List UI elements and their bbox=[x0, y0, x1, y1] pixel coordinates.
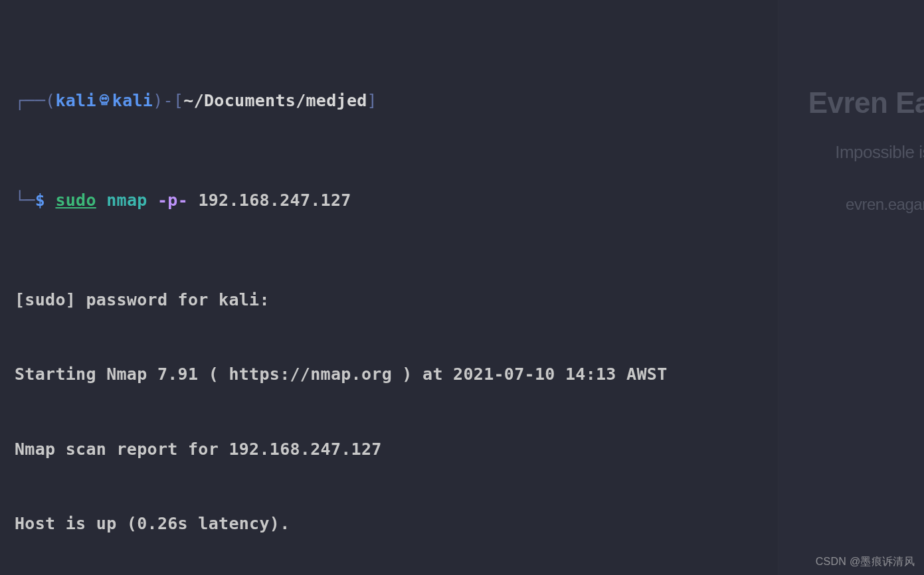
svg-point-3 bbox=[105, 97, 107, 99]
svg-point-2 bbox=[102, 97, 104, 99]
prompt-host: kali bbox=[112, 91, 153, 110]
skull-icon bbox=[96, 94, 112, 107]
nmap-starting-line: Starting Nmap 7.91 ( https://nmap.org ) … bbox=[15, 362, 909, 387]
cmd-sudo: sudo bbox=[55, 191, 96, 210]
prompt-symbol: $ bbox=[35, 191, 45, 210]
nmap-report-line: Nmap scan report for 192.168.247.127 bbox=[15, 437, 909, 462]
host-up-line: Host is up (0.26s latency). bbox=[15, 511, 909, 536]
prompt-path: ~/Documents/medjed bbox=[183, 91, 367, 110]
cmd-target: 192.168.247.127 bbox=[198, 191, 351, 210]
terminal-output[interactable]: ┌──(kalikali)-[~/Documents/medjed] └─$ s… bbox=[15, 13, 909, 575]
cmd-program: nmap bbox=[106, 191, 147, 210]
prompt-user: kali bbox=[55, 91, 96, 110]
watermark: CSDN @墨痕诉清风 bbox=[816, 554, 915, 570]
sudo-password-prompt: [sudo] password for kali: bbox=[15, 288, 909, 313]
command-line: └─$ sudo nmap -p- 192.168.247.127 bbox=[15, 188, 909, 213]
prompt-line: ┌──(kalikali)-[~/Documents/medjed] bbox=[15, 88, 909, 114]
cmd-flag: -p- bbox=[157, 191, 188, 210]
